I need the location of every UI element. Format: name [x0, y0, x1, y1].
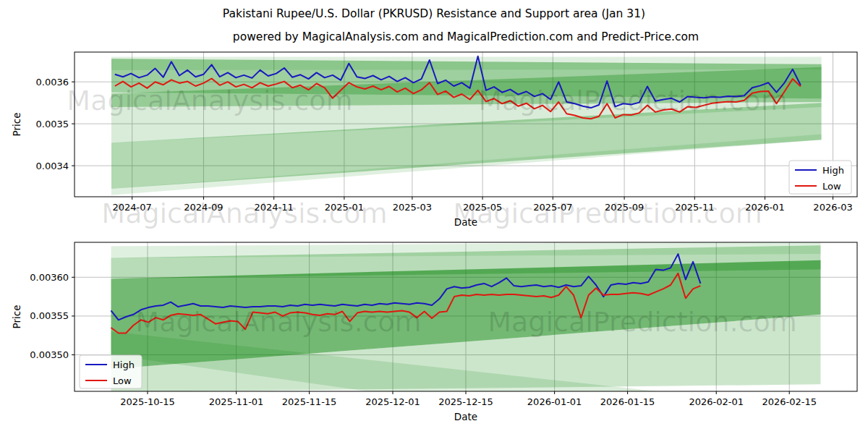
y-tick-label: 0.0036 [36, 77, 69, 88]
legend-label: Low [822, 181, 841, 192]
legend-label: High [822, 165, 844, 176]
x-tick-label: 2026-01-01 [527, 396, 582, 407]
figure: Pakistani Rupee/U.S. Dollar (PKRUSD) Res… [0, 0, 868, 434]
watermark-text: MagicalAnalysis.com [101, 197, 387, 229]
x-tick-label: 2025-11-15 [282, 396, 337, 407]
x-tick-label: 2026-03 [813, 202, 852, 213]
legend: HighLow [789, 161, 851, 194]
watermark-text: MagicalAnalysis.com [67, 85, 352, 116]
x-tick-label: 2026-02-01 [689, 396, 744, 407]
watermark-text: MagicalPrediction.com [453, 197, 762, 229]
figure-canvas: 2024-072024-092024-112025-012025-032025-… [0, 0, 868, 434]
y-tick-label: 0.00355 [30, 310, 69, 321]
bands-group [111, 56, 822, 195]
x-tick-label: 2025-12-15 [438, 396, 493, 407]
price-axis-label: Price [11, 113, 22, 137]
y-tick-label: 0.00350 [30, 349, 69, 360]
y-tick-label: 0.0034 [36, 161, 69, 171]
watermark-text: MagicalPrediction.com [478, 85, 788, 116]
x-tick-label: 2026-02-15 [762, 396, 817, 407]
watermark-text: MagicalAnalysis.com [135, 306, 421, 338]
watermark-text: MagicalPrediction.com [488, 306, 797, 338]
legend: HighLow [80, 355, 142, 388]
x-tick-label: 2025-10-15 [120, 396, 175, 407]
date-axis-label: Date [454, 411, 477, 422]
legend-label: High [113, 359, 135, 370]
legend-label: Low [113, 375, 132, 386]
price-axis-label: Price [11, 305, 22, 329]
x-tick-label: 2025-03 [393, 202, 432, 213]
y-tick-label: 0.00360 [30, 272, 69, 283]
y-tick-label: 0.0035 [36, 119, 69, 129]
x-tick-label: 2025-12-01 [365, 396, 420, 407]
x-tick-label: 2026-01-15 [600, 396, 655, 407]
x-tick-label: 2025-11-01 [209, 396, 264, 407]
